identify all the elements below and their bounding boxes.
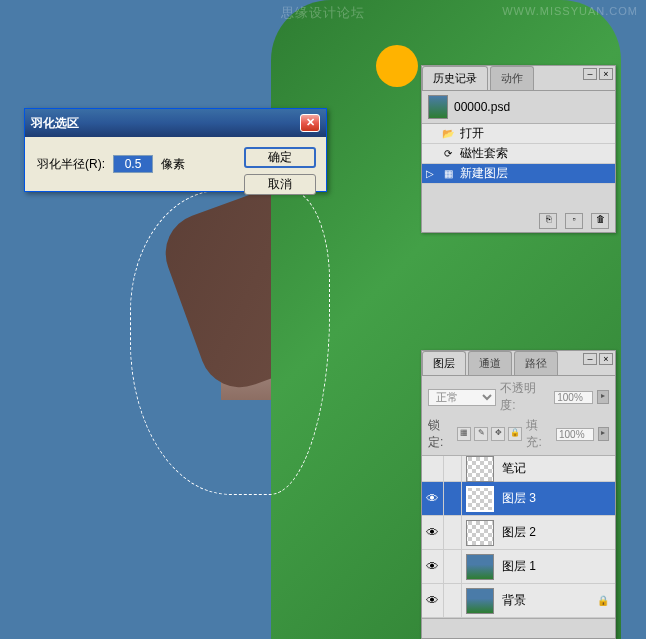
lasso-icon: ⟳ bbox=[440, 147, 456, 161]
layer-name: 图层 3 bbox=[498, 490, 615, 507]
panel-minimize-icon[interactable]: – bbox=[583, 68, 597, 80]
layer-thumb bbox=[466, 554, 494, 580]
new-state-icon[interactable]: ▫ bbox=[565, 213, 583, 229]
layer-name: 笔记 bbox=[498, 460, 615, 477]
layer-row[interactable]: 👁 背景 🔒 bbox=[422, 584, 615, 618]
feather-radius-label: 羽化半径(R): bbox=[37, 156, 105, 173]
visibility-toggle[interactable]: 👁 bbox=[422, 584, 444, 617]
layer-thumb bbox=[466, 456, 494, 482]
snapshot-filename: 00000.psd bbox=[454, 100, 510, 114]
lock-icon: 🔒 bbox=[597, 595, 615, 606]
visibility-toggle[interactable]: 👁 bbox=[422, 482, 444, 515]
dialog-title-text: 羽化选区 bbox=[31, 115, 79, 132]
history-footer: ⎘ ▫ 🗑 bbox=[422, 184, 615, 232]
lock-all-icon[interactable]: 🔒 bbox=[508, 427, 522, 441]
opacity-label: 不透明度: bbox=[500, 380, 550, 414]
visibility-toggle[interactable]: 👁 bbox=[422, 550, 444, 583]
watermark-url: WWW.MISSYUAN.COM bbox=[502, 5, 638, 17]
panel-close-icon[interactable]: × bbox=[599, 353, 613, 365]
visibility-toggle[interactable]: 👁 bbox=[422, 516, 444, 549]
layer-thumb bbox=[466, 520, 494, 546]
layer-row[interactable]: 👁 图层 3 bbox=[422, 482, 615, 516]
history-panel: 历史记录 动作 – × 00000.psd 📂 打开 ⟳ 磁性套索 ▷ ▦ 新建… bbox=[421, 65, 616, 233]
lock-move-icon[interactable]: ✥ bbox=[491, 427, 505, 441]
history-tabs: 历史记录 动作 – × bbox=[422, 66, 615, 91]
trash-icon[interactable]: 🗑 bbox=[591, 213, 609, 229]
link-col[interactable] bbox=[444, 482, 462, 515]
blend-mode-select[interactable]: 正常 bbox=[428, 389, 496, 406]
ok-button[interactable]: 确定 bbox=[244, 147, 316, 168]
cancel-button[interactable]: 取消 bbox=[244, 174, 316, 195]
tab-layers[interactable]: 图层 bbox=[422, 351, 466, 375]
snapshot-thumb bbox=[428, 95, 448, 119]
layer-row[interactable]: 👁 图层 1 bbox=[422, 550, 615, 584]
opacity-arrow-icon[interactable]: ▸ bbox=[597, 390, 609, 404]
link-col[interactable] bbox=[444, 550, 462, 583]
opacity-value[interactable]: 100% bbox=[554, 391, 593, 404]
link-col[interactable] bbox=[444, 456, 462, 481]
new-snapshot-icon[interactable]: ⎘ bbox=[539, 213, 557, 229]
layer-row[interactable]: 👁 图层 2 bbox=[422, 516, 615, 550]
newlayer-icon: ▦ bbox=[440, 167, 456, 181]
link-col[interactable] bbox=[444, 584, 462, 617]
tab-actions[interactable]: 动作 bbox=[490, 66, 534, 90]
history-list: 📂 打开 ⟳ 磁性套索 ▷ ▦ 新建图层 bbox=[422, 124, 615, 184]
layer-name: 背景 bbox=[498, 592, 597, 609]
history-item-lasso[interactable]: ⟳ 磁性套索 bbox=[422, 144, 615, 164]
history-item-label: 打开 bbox=[460, 125, 484, 142]
visibility-toggle[interactable] bbox=[422, 456, 444, 481]
link-col[interactable] bbox=[444, 516, 462, 549]
lock-paint-icon[interactable]: ✎ bbox=[474, 427, 488, 441]
history-snapshot[interactable]: 00000.psd bbox=[422, 91, 615, 124]
open-icon: 📂 bbox=[440, 127, 456, 141]
layer-name: 图层 1 bbox=[498, 558, 615, 575]
layer-thumb bbox=[466, 486, 494, 512]
history-item-label: 磁性套索 bbox=[460, 145, 508, 162]
layers-tabs: 图层 通道 路径 – × bbox=[422, 351, 615, 376]
panel-minimize-icon[interactable]: – bbox=[583, 353, 597, 365]
close-icon[interactable]: ✕ bbox=[300, 114, 320, 132]
tab-history[interactable]: 历史记录 bbox=[422, 66, 488, 90]
layers-panel: 图层 通道 路径 – × 正常 不透明度: 100% ▸ 锁定: ▦ ✎ ✥ 🔒… bbox=[421, 350, 616, 639]
history-item-newlayer[interactable]: ▷ ▦ 新建图层 bbox=[422, 164, 615, 184]
tab-channels[interactable]: 通道 bbox=[468, 351, 512, 375]
fill-arrow-icon[interactable]: ▸ bbox=[598, 427, 609, 441]
feather-dialog: 羽化选区 ✕ 羽化半径(R): 像素 确定 取消 bbox=[24, 108, 327, 192]
panel-close-icon[interactable]: × bbox=[599, 68, 613, 80]
layers-footer bbox=[422, 618, 615, 638]
layer-row[interactable]: 笔记 bbox=[422, 456, 615, 482]
layers-options: 正常 不透明度: 100% ▸ 锁定: ▦ ✎ ✥ 🔒 填充: 100% ▸ bbox=[422, 376, 615, 456]
layer-list: 笔记 👁 图层 3 👁 图层 2 👁 图层 1 👁 背景 🔒 bbox=[422, 456, 615, 618]
history-item-label: 新建图层 bbox=[460, 165, 508, 182]
history-item-open[interactable]: 📂 打开 bbox=[422, 124, 615, 144]
feather-unit: 像素 bbox=[161, 156, 185, 173]
layer-name: 图层 2 bbox=[498, 524, 615, 541]
watermark-forum: 思缘设计论坛 bbox=[281, 4, 365, 22]
history-current-icon: ▷ bbox=[426, 168, 436, 179]
layer-thumb bbox=[466, 588, 494, 614]
feather-radius-input[interactable] bbox=[113, 155, 153, 173]
model-earring bbox=[376, 45, 418, 87]
lock-transparency-icon[interactable]: ▦ bbox=[457, 427, 471, 441]
fill-label: 填充: bbox=[526, 417, 551, 451]
marching-ants-selection bbox=[130, 190, 330, 495]
fill-value[interactable]: 100% bbox=[556, 428, 594, 441]
lock-buttons: ▦ ✎ ✥ 🔒 bbox=[457, 427, 522, 441]
lock-label: 锁定: bbox=[428, 417, 453, 451]
dialog-titlebar[interactable]: 羽化选区 ✕ bbox=[25, 109, 326, 137]
tab-paths[interactable]: 路径 bbox=[514, 351, 558, 375]
